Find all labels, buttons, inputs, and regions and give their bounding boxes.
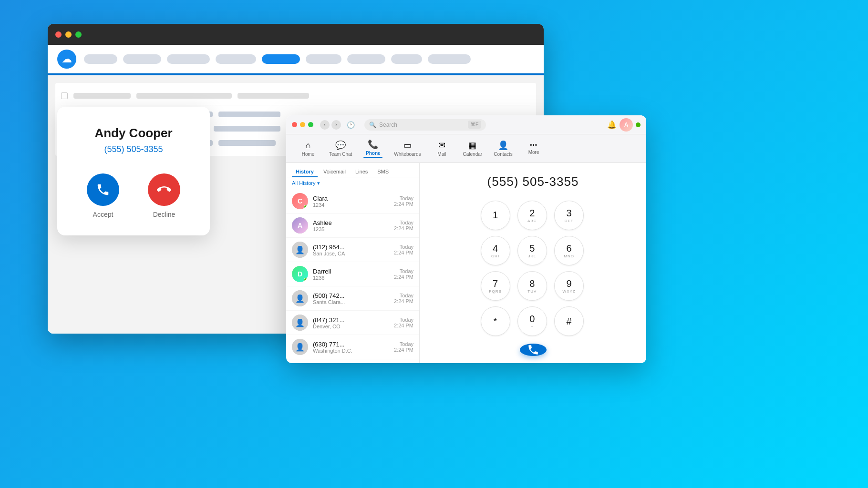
phone-search-bar[interactable]: 🔍 Search ⌘F (364, 119, 486, 131)
decline-btn-circle[interactable] (148, 173, 180, 206)
phone-body: History Voicemail Lines SMS All History … (286, 163, 646, 363)
tab-history[interactable]: History (292, 167, 318, 177)
whiteboards-icon: ▭ (403, 140, 412, 151)
minimize-traffic-light[interactable] (65, 31, 72, 38)
key-7[interactable]: 7 PQRS (481, 271, 510, 301)
accept-btn-circle[interactable] (87, 173, 119, 206)
nav-pill-8 (428, 54, 471, 64)
avatar-darrell: D (292, 266, 308, 282)
phone-app-topnav: ⌂ Home 💬 Team Chat 📞 Phone ▭ Whiteboards… (286, 134, 646, 163)
phone-nav-arrows: ‹ › (320, 120, 341, 130)
history-item-500[interactable]: 👤 (500) 742... Santa Clara... Today 2:24… (286, 286, 419, 311)
sf-cell-1-3 (218, 112, 280, 117)
user-avatar[interactable]: A (620, 118, 633, 132)
nav-home[interactable]: ⌂ Home (294, 139, 322, 159)
contacts-icon: 👤 (498, 140, 508, 151)
contact-sub-darrell: 1236 (313, 275, 389, 281)
online-dot-darrell (304, 278, 308, 282)
sf-table-header (61, 89, 530, 103)
cmd-shortcut: ⌘F (468, 121, 481, 129)
history-panel: History Voicemail Lines SMS All History … (286, 163, 420, 363)
key-1[interactable]: 1 (481, 201, 510, 230)
avatar-unknown-3: 👤 (292, 315, 308, 331)
nav-pill-4 (216, 54, 256, 64)
history-tabs: History Voicemail Lines SMS (286, 163, 419, 177)
search-label: Search (379, 122, 397, 128)
salesforce-nav: ☁ (48, 45, 544, 73)
history-item-847[interactable]: 👤 (847) 321... Denver, CO Today 2:24 PM (286, 311, 419, 335)
phone-nav-icon: 📞 (368, 139, 378, 150)
history-item-darrell[interactable]: D Darrell 1236 Today 2:24 PM (286, 262, 419, 286)
sf-checkbox (61, 92, 68, 99)
nav-mail[interactable]: ✉ Mail (428, 138, 456, 159)
sf-cell-2-3 (214, 126, 280, 132)
phone-app-window: ‹ › 🕐 🔍 Search ⌘F 🔔 A ⌂ Home 💬 Te (286, 115, 646, 363)
dialpad-grid: 1 2 ABC 3 DEF 4 GHI 5 JKL (481, 201, 586, 336)
tab-lines[interactable]: Lines (351, 167, 372, 177)
sf-cell-3-3 (218, 140, 276, 146)
nav-pill-6 (347, 54, 385, 64)
phone-titlebar: ‹ › 🕐 🔍 Search ⌘F 🔔 A (286, 115, 646, 134)
key-8[interactable]: 8 TUV (517, 271, 547, 301)
caller-name: Andy Cooper (72, 126, 196, 141)
accept-call-btn[interactable]: Accept (87, 173, 119, 218)
key-3[interactable]: 3 DEF (554, 201, 584, 230)
back-arrow[interactable]: ‹ (320, 120, 330, 130)
nav-whiteboards[interactable]: ▭ Whiteboards (389, 138, 425, 159)
nav-pill-active[interactable] (262, 54, 300, 64)
browser-titlebar (48, 24, 544, 45)
tab-sms[interactable]: SMS (373, 167, 393, 177)
nav-contacts[interactable]: 👤 Contacts (489, 138, 517, 159)
history-item-ashlee[interactable]: A Ashlee 1235 Today 2:24 PM (286, 214, 419, 238)
calendar-icon: ▦ (468, 140, 476, 151)
nav-team-chat[interactable]: 💬 Team Chat (324, 138, 357, 159)
history-item-312[interactable]: 👤 (312) 954... San Jose, CA Today 2:24 P… (286, 238, 419, 262)
contact-info-500: (500) 742... Santa Clara... (313, 292, 389, 305)
key-5[interactable]: 5 JKL (517, 236, 547, 265)
history-item-312b[interactable]: 👤 (312) 835... San Jose, CA Today 2:24 P… (286, 359, 419, 363)
key-0[interactable]: 0 + (517, 306, 547, 336)
notification-bell-icon[interactable]: 🔔 (607, 120, 617, 129)
key-2[interactable]: 2 ABC (517, 201, 547, 230)
key-9[interactable]: 9 WXYZ (554, 271, 584, 301)
nav-pill-3 (167, 54, 210, 64)
contact-info-darrell: Darrell 1236 (313, 268, 389, 281)
avatar-unknown-1: 👤 (292, 242, 308, 258)
home-icon: ⌂ (306, 141, 311, 151)
key-hash[interactable]: # (554, 306, 584, 336)
online-status-dot (636, 122, 641, 127)
forward-arrow[interactable]: › (331, 120, 341, 130)
contact-sub-312: San Jose, CA (313, 251, 389, 256)
history-filter[interactable]: All History ▾ (286, 177, 419, 189)
key-4[interactable]: 4 GHI (481, 236, 510, 265)
history-item-630[interactable]: 👤 (630) 771... Washington D.C. Today 2:2… (286, 335, 419, 359)
salesforce-logo: ☁ (57, 50, 76, 69)
contact-name-darrell: Darrell (313, 268, 389, 275)
tab-voicemail[interactable]: Voicemail (320, 167, 350, 177)
sf-col-1 (73, 93, 131, 99)
key-6[interactable]: 6 MNO (554, 236, 584, 265)
maximize-traffic-light[interactable] (75, 31, 82, 38)
call-time-ashlee: Today 2:24 PM (394, 220, 413, 231)
nav-phone[interactable]: 📞 Phone (359, 137, 387, 160)
phone-decline-icon (157, 183, 171, 197)
phone-close-btn[interactable] (292, 122, 297, 127)
dialed-number: (555) 505-3355 (487, 174, 579, 189)
contact-info-630: (630) 771... Washington D.C. (313, 341, 389, 354)
nav-more[interactable]: ••• More (519, 140, 548, 157)
decline-label: Decline (153, 211, 176, 218)
phone-minimize-btn[interactable] (300, 122, 305, 127)
contact-name-630: (630) 771... (313, 341, 389, 348)
nav-pill-2 (123, 54, 161, 64)
dial-call-button[interactable] (520, 344, 547, 356)
decline-call-btn[interactable]: Decline (148, 173, 180, 218)
contact-name-500: (500) 742... (313, 292, 389, 299)
nav-calendar[interactable]: ▦ Calendar (458, 138, 487, 159)
contact-info-847: (847) 321... Denver, CO (313, 316, 389, 329)
call-time-500: Today 2:24 PM (394, 293, 413, 304)
phone-maximize-btn[interactable] (308, 122, 313, 127)
key-star[interactable]: * (481, 306, 510, 336)
contact-sub-630: Washington D.C. (313, 348, 389, 354)
close-traffic-light[interactable] (55, 31, 62, 38)
history-item-clara[interactable]: C Clara 1234 Today 2:24 PM (286, 189, 419, 214)
